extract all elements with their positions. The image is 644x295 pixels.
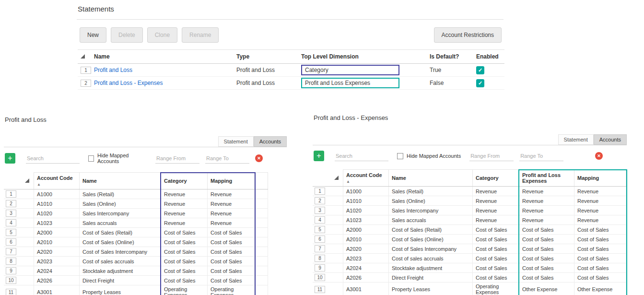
add-account-button[interactable]: + <box>314 151 324 161</box>
table-row[interactable]: 4A1023Sales accrualsRevenueRevenue <box>4 218 268 228</box>
row-header-cell[interactable]: 5 <box>4 228 34 237</box>
table-row[interactable]: 8A2023Cost of sales accrualsCost of Sale… <box>313 254 626 263</box>
table-row[interactable]: 10A2026Direct FreightCost of SalesCost o… <box>313 273 626 283</box>
row-number[interactable]: 4 <box>315 216 325 224</box>
cell-mapping[interactable]: Cost of Sales <box>574 244 626 254</box>
row-header-cell[interactable]: 1 <box>78 64 91 77</box>
cell-mapping[interactable]: Cost of Sales <box>208 228 255 237</box>
account-restrictions-button[interactable]: Account Restrictions <box>434 27 502 43</box>
row-number[interactable]: 2 <box>6 200 16 207</box>
cell-category[interactable]: Revenue <box>473 196 519 206</box>
cell-name[interactable]: Sales (Retail) <box>389 187 473 196</box>
cell-category[interactable]: Cost of Sales <box>473 273 519 283</box>
table-row[interactable]: 11A3001Property LeasesOperating Expenses… <box>4 285 268 295</box>
search-input[interactable] <box>335 151 388 161</box>
cell-name[interactable]: Direct Freight <box>389 273 473 283</box>
row-header-cell[interactable]: 6 <box>4 237 34 247</box>
cell-code[interactable]: A2020 <box>34 247 80 257</box>
table-row[interactable]: 5A2000Cost of Sales (Retail)Cost of Sale… <box>4 228 268 237</box>
row-number[interactable]: 10 <box>6 277 16 284</box>
cell-category[interactable]: Cost of Sales <box>161 266 208 276</box>
cell-category[interactable]: Cost of Sales <box>161 237 208 247</box>
row-number[interactable]: 9 <box>6 267 16 274</box>
table-row[interactable]: 9A2024Stocktake adjustmentCost of SalesC… <box>4 266 268 276</box>
row-number[interactable]: 10 <box>315 274 325 281</box>
cell-name[interactable]: Cost of Sales Intercompany <box>80 247 161 257</box>
table-row[interactable]: 2A1010Sales (Online)RevenueRevenueRevenu… <box>313 196 626 206</box>
row-header-cell[interactable]: 9 <box>313 263 343 273</box>
cell-code[interactable]: A2026 <box>343 273 389 283</box>
select-all-icon[interactable] <box>81 54 85 59</box>
row-number[interactable]: 11 <box>6 289 16 295</box>
cell-code[interactable]: A1023 <box>343 215 389 225</box>
table-row[interactable]: 7A2020Cost of Sales IntercompanyCost of … <box>4 247 268 257</box>
cell-category[interactable]: Revenue <box>161 209 208 218</box>
cell-mapping[interactable]: Cost of Sales <box>208 276 255 285</box>
cell-category[interactable]: Cost of Sales <box>161 247 208 257</box>
cell-name[interactable]: Property Leases <box>80 285 161 295</box>
cell-category[interactable]: Revenue <box>473 215 519 225</box>
row-number[interactable]: 2 <box>315 197 325 204</box>
cell-mapping[interactable]: Cost of Sales <box>208 237 255 247</box>
cell-name[interactable]: Stocktake adjustment <box>80 266 161 276</box>
cell-mapping[interactable]: Cost of Sales <box>574 263 626 273</box>
row-number[interactable]: 7 <box>315 245 325 252</box>
cell-name[interactable]: Sales accruals <box>80 218 161 228</box>
row-header-cell[interactable]: 7 <box>313 244 343 254</box>
row-header-cell[interactable]: 6 <box>313 235 343 244</box>
cell-code[interactable]: A2023 <box>343 254 389 263</box>
cell-name[interactable]: Cost of sales accruals <box>80 257 161 266</box>
cell-code[interactable]: A1010 <box>343 196 389 206</box>
column-header-category[interactable]: Category <box>161 173 208 189</box>
row-header-cell[interactable]: 4 <box>4 218 34 228</box>
cell-pl-expenses[interactable]: Cost of Sales <box>519 244 574 254</box>
cell-mapping[interactable]: Cost of Sales <box>574 273 626 283</box>
select-all-icon[interactable] <box>25 178 29 183</box>
cell-code[interactable]: A1010 <box>34 199 80 209</box>
column-header-type[interactable]: Type <box>234 50 298 64</box>
cell-category[interactable]: Revenue <box>161 218 208 228</box>
row-number[interactable]: 1 <box>81 67 91 74</box>
row-number[interactable]: 2 <box>81 80 91 87</box>
cell-pl-expenses[interactable]: Cost of Sales <box>519 225 574 235</box>
column-header-is-default[interactable]: Is Default? <box>427 50 473 64</box>
row-header-cell[interactable]: 11 <box>4 285 34 295</box>
cell-mapping[interactable]: Cost of Sales <box>574 235 626 244</box>
cell-name[interactable]: Sales (Online) <box>80 199 161 209</box>
statement-link[interactable]: Profit and Loss <box>94 67 132 73</box>
row-number[interactable]: 1 <box>6 190 16 198</box>
row-header-cell[interactable]: 5 <box>313 225 343 235</box>
row-header-cell[interactable]: 3 <box>313 206 343 215</box>
row-header-cell[interactable]: 10 <box>313 273 343 283</box>
row-header-cell[interactable]: 1 <box>313 187 343 196</box>
row-header-cell[interactable]: 8 <box>4 257 34 266</box>
range-from-input[interactable] <box>155 153 199 164</box>
column-header-account-code[interactable]: Account Code ▲ <box>343 170 389 187</box>
cell-mapping[interactable]: Other Expense <box>574 283 626 295</box>
table-row[interactable]: 3A1020Sales IntercompanyRevenueRevenue <box>4 209 268 218</box>
cell-code[interactable]: A1000 <box>34 189 80 199</box>
cell-code[interactable]: A2024 <box>34 266 80 276</box>
row-header-cell[interactable]: 3 <box>4 209 34 218</box>
cell-category[interactable]: Revenue <box>161 199 208 209</box>
tab-statement[interactable]: Statement <box>218 136 254 147</box>
cell-category[interactable]: Cost of Sales <box>473 263 519 273</box>
cell-category[interactable]: Cost of Sales <box>161 257 208 266</box>
cell-code[interactable]: A2023 <box>34 257 80 266</box>
cell-pl-expenses[interactable]: Cost of Sales <box>519 254 574 263</box>
table-row[interactable]: 9A2024Stocktake adjustmentCost of SalesC… <box>313 263 626 273</box>
rename-button[interactable]: Rename <box>182 27 219 43</box>
tab-accounts[interactable]: Accounts <box>254 136 287 147</box>
row-number[interactable]: 8 <box>315 255 325 262</box>
row-header-cell[interactable]: 2 <box>78 77 91 90</box>
table-row[interactable]: 8A2023Cost of sales accrualsCost of Sale… <box>4 257 268 266</box>
column-header-category[interactable]: Category <box>473 170 519 187</box>
cell-mapping[interactable]: Revenue <box>574 196 626 206</box>
statement-link[interactable]: Profit and Loss - Expenses <box>94 80 163 86</box>
row-number[interactable]: 7 <box>6 248 16 255</box>
search-input[interactable] <box>26 153 80 164</box>
table-row[interactable]: 10A2026Direct FreightCost of SalesCost o… <box>4 276 268 285</box>
cell-mapping[interactable]: Revenue <box>208 199 255 209</box>
enabled-checkbox[interactable]: ✓ <box>476 66 484 74</box>
row-header-cell[interactable]: 2 <box>4 199 34 209</box>
